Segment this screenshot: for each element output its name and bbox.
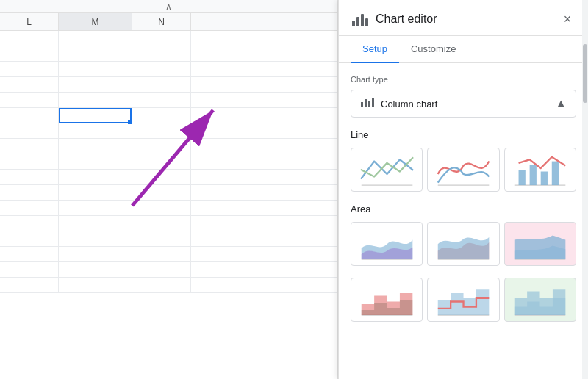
scroll-bar[interactable] (582, 0, 588, 379)
cell-m13[interactable] (59, 216, 132, 231)
cell-l11[interactable] (0, 185, 59, 201)
cell-l13[interactable] (0, 216, 59, 231)
table-row (0, 93, 337, 108)
cell-m2[interactable] (59, 46, 132, 62)
cell-n8[interactable] (132, 139, 191, 154)
cell-l15[interactable] (0, 247, 59, 262)
cell-l2[interactable] (0, 46, 59, 62)
cell-m8[interactable] (59, 139, 132, 154)
chart-thumb-area-step-blue[interactable] (427, 278, 499, 322)
chart-thumb-area-step-mixed[interactable] (504, 278, 576, 322)
svg-rect-8 (368, 101, 370, 107)
line-chart-grid (351, 148, 576, 192)
cell-m15[interactable] (59, 247, 132, 262)
cell-n6[interactable] (132, 108, 191, 123)
cell-l17[interactable] (0, 278, 59, 293)
cell-m17[interactable] (59, 278, 132, 293)
cell-l3[interactable] (0, 62, 59, 77)
cell-n7[interactable] (132, 123, 191, 139)
table-row (0, 185, 337, 201)
cell-l8[interactable] (0, 139, 59, 154)
table-row (0, 62, 337, 77)
selected-cell-indicator (59, 108, 132, 123)
tab-setup[interactable]: Setup (351, 36, 399, 63)
chart-type-dropdown[interactable]: Column chart ▲ (351, 90, 576, 118)
table-row (0, 247, 337, 262)
tab-customize[interactable]: Customize (399, 36, 467, 63)
cell-l10[interactable] (0, 170, 59, 185)
cell-l16[interactable] (0, 262, 59, 278)
svg-rect-3 (356, 17, 359, 26)
area-chart-grid-row1 (351, 222, 576, 266)
cell-n4[interactable] (132, 77, 191, 93)
cell-n9[interactable] (132, 154, 191, 170)
cell-n3[interactable] (132, 62, 191, 77)
column-chart-icon (360, 96, 375, 111)
dropdown-arrow-icon: ▲ (555, 97, 567, 110)
cell-m1[interactable] (59, 31, 132, 46)
chart-editor-icon (351, 10, 368, 28)
cell-m16[interactable] (59, 262, 132, 278)
table-row (0, 123, 337, 139)
cell-n17[interactable] (132, 278, 191, 293)
cell-l9[interactable] (0, 154, 59, 170)
svg-rect-9 (372, 98, 374, 107)
chart-thumb-line-smooth[interactable] (351, 148, 423, 192)
cell-l14[interactable] (0, 231, 59, 247)
chart-thumb-area-flat[interactable] (504, 222, 576, 266)
cell-n5[interactable] (132, 93, 191, 108)
chart-thumb-area-line[interactable] (427, 222, 499, 266)
scroll-thumb[interactable] (583, 44, 587, 103)
editor-title: Chart editor (376, 12, 559, 26)
cell-l6[interactable] (0, 108, 59, 123)
table-row (0, 139, 337, 154)
svg-rect-13 (519, 170, 526, 185)
cell-m7[interactable] (59, 123, 132, 139)
cell-n16[interactable] (132, 262, 191, 278)
cell-n1[interactable] (132, 31, 191, 46)
cell-m10[interactable] (59, 170, 132, 185)
svg-rect-7 (365, 99, 367, 107)
sheet-body (0, 31, 337, 293)
chart-thumb-area-step-red[interactable] (351, 278, 423, 322)
cell-m3[interactable] (59, 62, 132, 77)
svg-rect-5 (365, 18, 368, 26)
table-row (0, 201, 337, 216)
cell-l5[interactable] (0, 93, 59, 108)
cell-m6-selected[interactable] (59, 108, 132, 123)
svg-rect-6 (361, 102, 363, 107)
line-section-title: Line (351, 129, 576, 140)
cell-n10[interactable] (132, 170, 191, 185)
editor-content: Chart type Column chart ▲ Line (339, 63, 588, 379)
cell-handle[interactable] (128, 120, 132, 124)
cell-m9[interactable] (59, 154, 132, 170)
cell-n14[interactable] (132, 231, 191, 247)
cell-n13[interactable] (132, 216, 191, 231)
cell-l12[interactable] (0, 201, 59, 216)
cell-n2[interactable] (132, 46, 191, 62)
cell-n12[interactable] (132, 201, 191, 216)
cell-m12[interactable] (59, 201, 132, 216)
cell-n15[interactable] (132, 247, 191, 262)
cell-m5[interactable] (59, 93, 132, 108)
table-row (0, 278, 337, 293)
chart-thumb-line-curved[interactable] (427, 148, 499, 192)
chart-thumb-area-mountain[interactable] (351, 222, 423, 266)
cell-l4[interactable] (0, 77, 59, 93)
svg-rect-2 (352, 21, 355, 26)
svg-rect-4 (361, 14, 364, 26)
chart-editor-panel: Chart editor × Setup Customize Chart typ… (338, 0, 588, 379)
chart-thumb-line-bar-combo[interactable] (504, 148, 576, 192)
cell-m4[interactable] (59, 77, 132, 93)
cell-l1[interactable] (0, 31, 59, 46)
table-row (0, 216, 337, 231)
cell-m14[interactable] (59, 231, 132, 247)
scroll-up-indicator[interactable]: ∧ (0, 0, 337, 13)
cell-m11[interactable] (59, 185, 132, 201)
cell-n11[interactable] (132, 185, 191, 201)
cell-l7[interactable] (0, 123, 59, 139)
spreadsheet: ∧ L M N (0, 0, 338, 379)
close-button[interactable]: × (559, 10, 576, 28)
table-row (0, 262, 337, 278)
table-row (0, 231, 337, 247)
